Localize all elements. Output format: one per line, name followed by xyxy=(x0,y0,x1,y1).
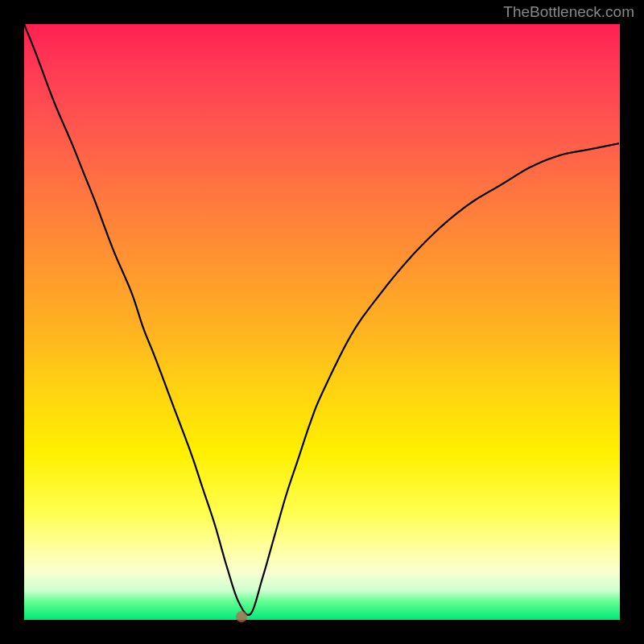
curve-canvas xyxy=(24,24,620,620)
optimal-point-marker xyxy=(236,611,247,622)
plot-area xyxy=(24,24,620,620)
watermark-text: TheBottleneck.com xyxy=(503,3,634,21)
chart-container: TheBottleneck.com xyxy=(0,0,644,644)
